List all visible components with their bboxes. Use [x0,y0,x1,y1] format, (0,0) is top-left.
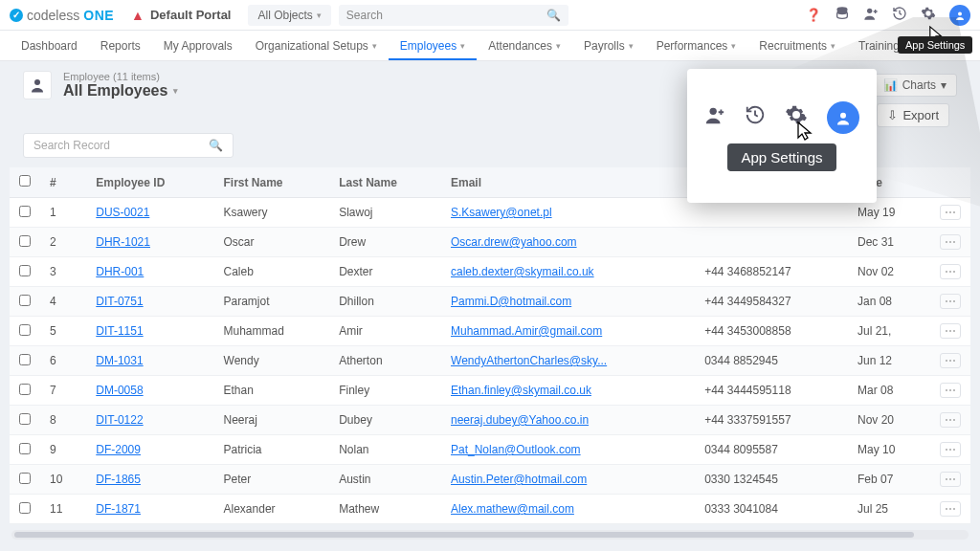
row-checkbox[interactable] [19,502,31,514]
global-search[interactable]: Search 🔍 [339,5,568,26]
table-row[interactable]: 5DIT-1151MuhammadAmirMuhammad.Amir@gmail… [10,317,970,346]
tab-employees[interactable]: Employees ▾ [389,32,477,60]
search-record-input[interactable]: Search Record 🔍 [23,133,234,158]
employee-id-link[interactable]: DHR-1021 [96,235,150,249]
col-blank[interactable] [10,167,40,198]
row-checkbox[interactable] [19,324,31,336]
row-menu-button[interactable]: ⋯ [940,353,961,368]
employee-id-link[interactable]: DIT-1151 [96,324,143,338]
row-menu-button[interactable]: ⋯ [940,442,961,457]
employee-id-link[interactable]: DIT-0122 [96,413,143,427]
row-checkbox[interactable] [19,295,31,306]
tab-performances[interactable]: Performances ▾ [645,32,748,60]
row-num: 7 [40,376,86,406]
email-link[interactable]: caleb.dexter@skymail.co.uk [451,265,594,278]
email-link[interactable]: Muhammad.Amir@gmail.com [451,324,602,338]
email-link[interactable]: Pammi.D@hotmail.com [451,295,571,308]
phone: +44 3337591557 [695,406,848,435]
row-checkbox[interactable] [19,354,31,365]
objects-dropdown[interactable]: All Objects ▾ [248,5,330,26]
gear-icon[interactable] [785,103,808,131]
first-name: Ethan [214,376,330,406]
row-checkbox[interactable] [19,443,31,454]
history-icon[interactable] [745,104,766,130]
table-row[interactable]: 3DHR-001CalebDextercaleb.dexter@skymail.… [10,257,970,287]
last-name: Atherton [329,346,441,376]
user-avatar[interactable] [949,5,970,26]
email-link[interactable]: Pat_Nolan@Outlook.com [451,443,581,456]
table-row[interactable]: 8DIT-0122NeerajDubeyneeraj.dubey@Yahoo.c… [10,406,970,435]
horizontal-scrollbar[interactable] [11,530,969,540]
page-title[interactable]: All Employees ▾ [63,82,178,99]
row-menu-button[interactable]: ⋯ [940,264,961,279]
tab-recruitments[interactable]: Recruitments ▾ [747,32,847,60]
row-menu-button[interactable]: ⋯ [940,383,961,398]
table-row[interactable]: 11DF-1871AlexanderMathewAlex.mathew@mail… [10,495,970,524]
gear-icon[interactable] [921,6,936,24]
email-link[interactable]: Alex.mathew@mail.com [451,502,574,516]
table-row[interactable]: 9DF-2009PatriciaNolanPat_Nolan@Outlook.c… [10,435,970,465]
row-checkbox[interactable] [19,413,31,425]
row-menu-button[interactable]: ⋯ [940,501,961,517]
tab-my-approvals[interactable]: My Approvals [152,32,244,60]
row-menu-button[interactable]: ⋯ [940,205,961,220]
table-row[interactable]: 4DIT-0751ParamjotDhillonPammi.D@hotmail.… [10,287,970,317]
table-row[interactable]: 6DM-1031WendyAthertonWendyAthertonCharle… [10,346,970,376]
tab-payrolls[interactable]: Payrolls ▾ [572,32,645,60]
email-link[interactable]: Austin.Peter@hotmail.com [451,473,587,486]
employee-id-link[interactable]: DHR-001 [96,265,144,278]
row-num: 3 [40,257,86,287]
employee-id-link[interactable]: DIT-0751 [96,295,143,308]
tab-attendances[interactable]: Attendances ▾ [477,32,572,60]
charts-button[interactable]: 📊 Charts ▾ [873,74,957,97]
employee-id-link[interactable]: DM-0058 [96,384,143,397]
select-all-checkbox[interactable] [19,175,31,187]
database-icon[interactable] [835,6,850,24]
employee-id-link[interactable]: DM-1031 [96,354,143,367]
row-checkbox[interactable] [19,384,31,395]
help-icon[interactable]: ❓ [806,8,821,22]
table-row[interactable]: 7DM-0058EthanFinleyEthan.finley@skymail.… [10,376,970,406]
row-menu-button[interactable]: ⋯ [940,234,961,250]
email-link[interactable]: Ethan.finley@skymail.co.uk [451,384,591,397]
row-num: 10 [40,465,86,495]
row-menu-button[interactable]: ⋯ [940,323,961,339]
last-name: Mathew [329,495,441,524]
tab-organizational-setups[interactable]: Organizational Setups ▾ [244,32,389,60]
email-link[interactable]: Oscar.drew@yahoo.com [451,235,577,249]
history-icon[interactable] [892,6,907,24]
last-name: Nolan [329,435,441,465]
employee-id-link[interactable]: DF-2009 [96,443,141,456]
row-menu-button[interactable]: ⋯ [940,294,961,309]
user-avatar[interactable] [827,101,859,134]
tab-dashboard[interactable]: Dashboard [10,32,89,60]
email-link[interactable]: neeraj.dubey@Yahoo.co.in [451,413,589,427]
portal-selector[interactable]: ▲ Default Portal [131,8,231,23]
phone: +44 3453008858 [695,317,848,346]
row-menu-button[interactable]: ⋯ [940,472,961,487]
tab-reports[interactable]: Reports [89,32,152,60]
add-user-icon[interactable] [704,104,725,130]
date: May 10 [848,435,930,465]
svg-point-1 [867,9,872,13]
row-checkbox[interactable] [19,265,31,276]
logo-mark-icon: ✓ [10,9,23,22]
first-name: Wendy [214,346,330,376]
first-name: Oscar [214,228,330,257]
employee-id-link[interactable]: DUS-0021 [96,206,149,219]
row-checkbox[interactable] [19,473,31,484]
row-menu-button[interactable]: ⋯ [940,412,961,428]
employee-id-link[interactable]: DF-1871 [96,502,141,516]
table-row[interactable]: 2DHR-1021OscarDrewOscar.drew@yahoo.comDe… [10,228,970,257]
phone: 0333 3041084 [695,495,848,524]
employee-id-link[interactable]: DF-1865 [96,473,141,486]
logo[interactable]: ✓ codelessONE [10,8,114,23]
export-button[interactable]: ⇩ Export [877,103,949,127]
row-checkbox[interactable] [19,235,31,247]
table-row[interactable]: 10DF-1865PeterAustinAustin.Peter@hotmail… [10,465,970,495]
email-link[interactable]: WendyAthertonCharles@sky... [451,354,607,367]
phone: 0344 8852945 [695,346,848,376]
row-checkbox[interactable] [19,206,31,217]
email-link[interactable]: S.Ksawery@onet.pl [451,206,552,219]
add-user-icon[interactable] [863,6,879,24]
